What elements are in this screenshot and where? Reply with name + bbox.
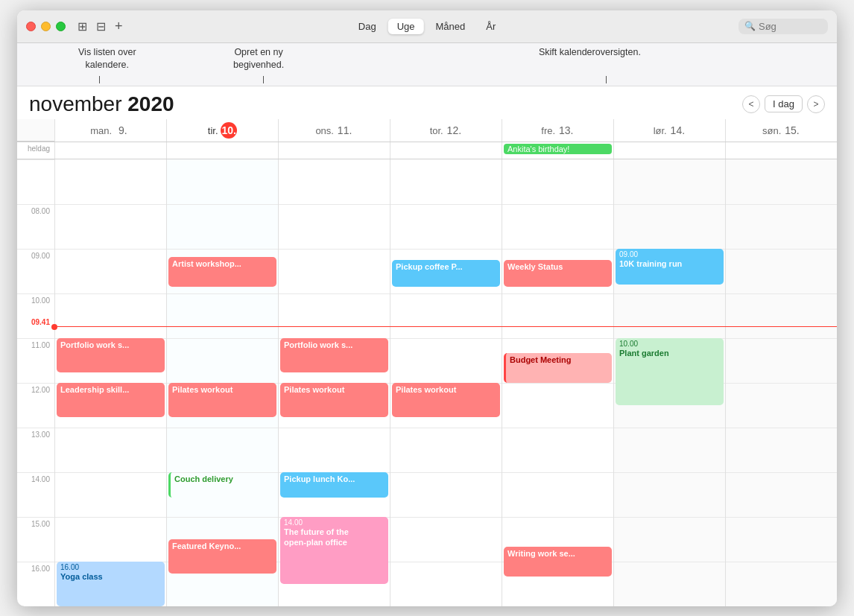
search-input[interactable] <box>759 21 818 32</box>
minimize-button[interactable] <box>41 22 51 31</box>
search-box[interactable]: 🔍 <box>738 19 828 34</box>
maximize-button[interactable] <box>56 22 66 31</box>
month-header: november 2020 < I dag > <box>17 86 837 119</box>
event-pilates-tue[interactable]: Pilates workout <box>168 383 276 417</box>
day-num-tue: 10. <box>221 122 237 139</box>
allday-cell-thu <box>390 142 502 159</box>
day-header-tue: tir. 10. <box>166 119 278 142</box>
day-label-sat: lør. <box>654 125 667 136</box>
day-label-mon: man. <box>90 125 112 136</box>
hour-lines-fri <box>502 159 613 606</box>
day-col-thu: Pickup coffee P... Pilates workout <box>390 159 502 606</box>
event-10k-sat[interactable]: 09.00 10K training run <box>616 249 724 285</box>
inbox-icon[interactable]: ⊟ <box>96 19 106 34</box>
hour-lines-sun <box>726 159 837 606</box>
day-col-tue: Artist workshop... Pilates workout Couch… <box>166 159 278 606</box>
event-artist-tue[interactable]: Artist workshop... <box>168 257 276 287</box>
event-yoga-mon[interactable]: 16.00 Yoga class <box>57 562 165 606</box>
add-event-button[interactable]: + <box>115 19 123 34</box>
arrow-new-event <box>263 76 264 83</box>
event-pilates-thu[interactable]: Pilates workout <box>392 383 500 417</box>
day-label-fri: fre. <box>541 125 555 136</box>
event-writing-fri[interactable]: Writing work se... <box>504 547 612 577</box>
allday-label: heldag <box>17 142 54 159</box>
allday-event-birthday[interactable]: Ankita's birthday! <box>504 144 612 154</box>
day-header-fri: fre. 13. <box>502 119 613 142</box>
today-button[interactable]: I dag <box>765 95 803 112</box>
day-num-wed: 11. <box>337 122 353 139</box>
day-num-thu: 12. <box>446 122 462 139</box>
day-col-wed: Portfolio work s... Pilates workout Pick… <box>278 159 390 606</box>
day-num-sat: 14. <box>669 122 686 139</box>
event-lunch-wed[interactable]: Pickup lunch Ko... <box>280 472 388 498</box>
toolbar-icons: ⊞ ⊟ + <box>78 19 123 34</box>
day-header-wed: ons. 11. <box>278 119 390 142</box>
view-aar[interactable]: År <box>477 19 505 34</box>
day-label-wed: ons. <box>315 125 334 136</box>
calendar-list-icon[interactable]: ⊞ <box>78 19 87 34</box>
event-coffee-thu[interactable]: Pickup coffee P... <box>392 260 500 287</box>
hour-label-15: 15.00 <box>17 517 54 562</box>
hour-label-12: 12.00 <box>17 383 54 428</box>
hour-label-14: 14.00 <box>17 472 54 517</box>
next-button[interactable]: > <box>807 95 825 113</box>
calendar-container: man. 9. tir. 10. ons. 11. tor. 12. fre. … <box>17 119 837 606</box>
nav-controls: < I dag > <box>742 95 825 113</box>
day-col-mon: Portfolio work s... Leadership skill... … <box>54 159 166 606</box>
hour-slot-filler <box>17 159 54 204</box>
arrow-calendars <box>99 76 100 83</box>
annotation-calendars: Vis listen overkalendere. <box>78 46 136 72</box>
annotation-new-event: Opret en nybegivenhed. <box>233 46 284 72</box>
time-rows: 08.00 09.00 10.00 11.00 12.00 13.00 14.0… <box>17 159 837 606</box>
day-num-fri: 13. <box>558 122 575 139</box>
event-pilates-wed[interactable]: Pilates workout <box>280 383 388 417</box>
view-uge[interactable]: Uge <box>388 19 424 34</box>
view-dag[interactable]: Dag <box>349 19 385 34</box>
event-keynote-tue[interactable]: Featured Keyno... <box>168 539 276 574</box>
hour-label-10: 10.00 <box>17 293 54 338</box>
prev-button[interactable]: < <box>742 95 760 113</box>
event-weekly-fri[interactable]: Weekly Status <box>504 260 612 287</box>
allday-cell-tue <box>166 142 278 159</box>
arrow-switch-view <box>606 76 607 83</box>
allday-row: heldag Ankita's birthday! <box>17 142 837 159</box>
day-label-tue: tir. <box>208 125 218 136</box>
traffic-lights <box>26 22 66 31</box>
day-header-empty <box>17 119 54 142</box>
day-label-sun: søn. <box>762 125 781 136</box>
hour-label-08: 08.00 <box>17 204 54 249</box>
event-couch-tue[interactable]: Couch delivery <box>168 472 276 498</box>
annotation-switch-view: Skift kalenderoversigten. <box>539 46 641 60</box>
day-col-sun <box>725 159 837 606</box>
day-num-mon: 9. <box>115 122 131 139</box>
day-headers: man. 9. tir. 10. ons. 11. tor. 12. fre. … <box>17 119 837 142</box>
close-button[interactable] <box>26 22 36 31</box>
time-grid: 08.00 09.00 10.00 11.00 12.00 13.00 14.0… <box>17 159 837 606</box>
view-switcher: Dag Uge Måned År <box>349 19 505 34</box>
allday-cell-sun <box>725 142 837 159</box>
hour-label-09: 09.00 <box>17 249 54 293</box>
allday-cell-fri: Ankita's birthday! <box>502 142 613 159</box>
day-col-fri: Weekly Status Budget Meeting Writing wor… <box>502 159 613 606</box>
calendar-window: ⊞ ⊟ + Dag Uge Måned År 🔍 Vis listen over… <box>17 10 837 606</box>
view-maaned[interactable]: Måned <box>426 19 474 34</box>
day-header-thu: tor. 12. <box>390 119 502 142</box>
event-garden-sat[interactable]: 10.00 Plant garden <box>616 338 724 405</box>
search-icon: 🔍 <box>744 21 756 31</box>
hour-label-16: 16.00 <box>17 562 54 606</box>
event-leadership-mon[interactable]: Leadership skill... <box>57 383 165 417</box>
day-num-sun: 15. <box>784 122 800 139</box>
hour-label-11: 11.00 <box>17 338 54 383</box>
titlebar: ⊞ ⊟ + Dag Uge Måned År 🔍 <box>17 10 837 43</box>
event-budget-fri[interactable]: Budget Meeting <box>504 353 612 383</box>
month-label: november <box>29 92 122 115</box>
event-portfolio-mon[interactable]: Portfolio work s... <box>57 338 165 372</box>
day-label-thu: tor. <box>430 125 443 136</box>
day-header-sat: lør. 14. <box>613 119 725 142</box>
event-future-wed[interactable]: 14.00 The future of theopen-plan office <box>280 517 388 584</box>
hour-label-13: 13.00 <box>17 428 54 472</box>
allday-cell-mon <box>54 142 166 159</box>
day-header-sun: søn. 15. <box>725 119 837 142</box>
event-portfolio-wed[interactable]: Portfolio work s... <box>280 338 388 372</box>
annotation-bar: Vis listen overkalendere. Opret en nybeg… <box>17 43 837 86</box>
